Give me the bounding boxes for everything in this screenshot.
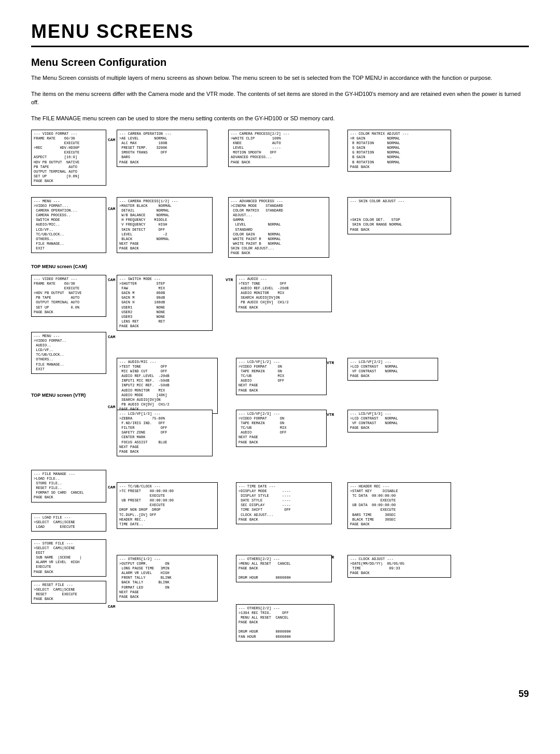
- box-reset-file: --- RESET FILE --- >SELECT CAM1|SCENE RE…: [31, 581, 106, 604]
- box-lcd-vf-1-2-cam: --- LCD/VF[1/2] --- >VIDEO FORMAT ON TAP…: [236, 358, 327, 395]
- box-color-matrix-adjust: --- COLOR MATRIX ADJUST --- >R GAIN NORM…: [347, 130, 451, 172]
- box-tc-ub-clock: --- TC/UB/CLOCK --- >TC PRESET 00:00:00:…: [117, 482, 218, 529]
- description-1: The Menu Screen consists of multiple lay…: [31, 74, 529, 82]
- diagram-area: --- VIDEO FORMAT --- FRAME RATE 60/30 EX…: [31, 130, 529, 700]
- box-video-format-cam: --- VIDEO FORMAT --- FRAME RATE 60/30 EX…: [31, 130, 106, 186]
- box-header-rec: --- HEADER REC --- >START KEY DISABLE TC…: [347, 482, 451, 529]
- box-lcd-vf-3-3: --- LCD/VF[3/3] --- >LCD CONTRAST NORMAL…: [347, 410, 438, 432]
- label-cam-6: CAM: [108, 485, 115, 491]
- box-camera-process-2-2: --- CAMERA PROCESS[2/2] --- >WHITE CLIP …: [228, 130, 329, 167]
- box-load-file: --- LOAD FILE --- >SELECT CAM1|SCENE LOA…: [31, 513, 106, 532]
- box-others-2-2-vtr: --- OTHERS[2/2] --- >MENU ALL RESET CANC…: [236, 555, 332, 582]
- box-camera-operation: --- CAMERA OPERATION --- >AE LEVEL NORMA…: [117, 130, 207, 167]
- label-vtr-1: VTR: [226, 277, 233, 283]
- label-cam-7: CAM: [108, 604, 115, 610]
- box-lcd-vf-1-3: --- LCD/VF[1/3] --- >ZEBRA 75-80% F.ND/I…: [117, 410, 213, 456]
- box-top-menu-cam: --- MENU --- >VIDEO FORMAT... CAMERA OPE…: [31, 197, 106, 253]
- box-camera-process-1-2: --- CAMERA PROCESS[1/2] --- >MASTER BLAC…: [117, 197, 213, 253]
- box-audio-vtr: --- AUDIO --- >TEST TONE OFF AUDIO REF.L…: [236, 275, 332, 312]
- label-cam-1: CAM: [108, 137, 115, 143]
- label-cam-3: CAM: [108, 277, 115, 283]
- box-switch-mode: --- SWITCH MODE --- >SHUTTER STEP FAW MI…: [117, 275, 213, 331]
- box-video-format-vtr: --- VIDEO FORMAT --- FRAME RATE 60/30 EX…: [31, 275, 106, 317]
- box-store-file: --- STORE FILE --- >SELECT CAM1|SCENE ED…: [31, 539, 106, 577]
- box-lcd-vf-2-3: --- LCD/VF[2/3] --- >VIDEO FORMAT ON TAP…: [236, 410, 327, 447]
- box-lcd-vf-2-2-right: --- LCD/VF[2/2] --- >LCD CONTRAST NORMAL…: [347, 358, 438, 381]
- label-vtr-2: VTR: [327, 360, 334, 366]
- box-top-menu-vtr: --- MENU --- >VIDEO FORMAT.. AUDIO.. LCD…: [31, 332, 106, 374]
- description-3: The FILE MANAGE menu screen can be used …: [31, 114, 529, 123]
- label-vtr-3: VTR: [327, 412, 334, 418]
- top-menu-vtr-label: TOP MENU screen (VTR): [31, 392, 86, 398]
- main-title: MENU SCREENS: [31, 21, 529, 47]
- box-time-date: --- TIME DATE --- >DISPLAY MODE ---- DIS…: [236, 482, 332, 524]
- page-number: 59: [519, 688, 529, 700]
- box-skin-color-adjust: --- SKIN COLOR ADJUST --- >SKIN COLOR DE…: [347, 197, 451, 234]
- box-file-manage: --- FILE MANAGE --- >LOAD FILE.. STORE F…: [31, 470, 106, 502]
- label-cam-2: CAM: [108, 206, 115, 212]
- top-menu-cam-label: TOP MENU screen (CAM): [31, 263, 87, 270]
- section-title: Menu Screen Configuration: [31, 57, 529, 68]
- label-cam-4: CAM: [108, 334, 115, 340]
- box-clock-adjust: --- CLOCK ADJUST --- >DATE(MM/DD/YY) 05/…: [347, 555, 451, 578]
- box-others-2-2-cam: --- OTHERS[2/2] --- >1394 REC TRIG. OFF …: [236, 604, 334, 641]
- box-audio-mic: --- AUDIO/MIC --- >TEST TONE OFF MIC WIN…: [117, 358, 218, 414]
- box-others-1-2: --- OTHERS[1/2] --- >OUTPUT COMM. ON LON…: [117, 555, 218, 602]
- box-advanced-process: --- ADVANCED PROCESS --- >CINEMA MODE ST…: [228, 197, 329, 258]
- label-cam-5: CAM: [108, 404, 115, 410]
- description-2: The items on the menu screens differ wit…: [31, 90, 529, 107]
